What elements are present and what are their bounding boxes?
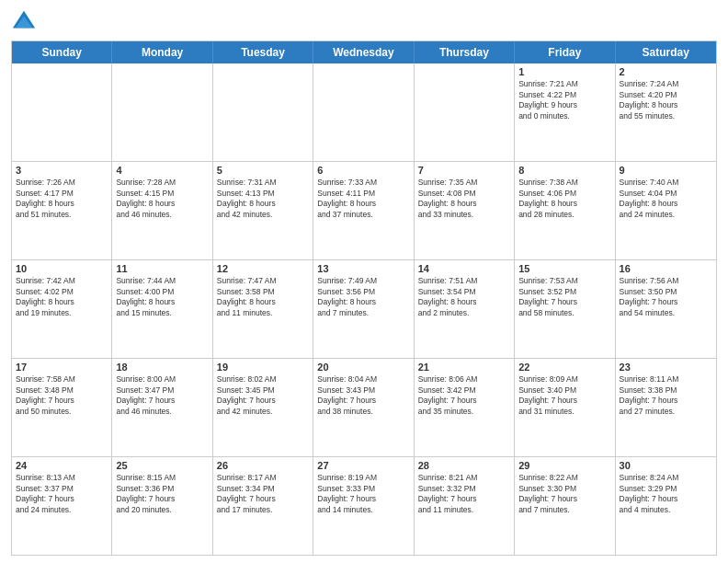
day-number: 20 — [317, 361, 409, 373]
day-number: 30 — [620, 459, 712, 472]
day-cell-16: 16Sunrise: 7:56 AM Sunset: 3:50 PM Dayli… — [616, 260, 716, 358]
day-number: 13 — [317, 262, 409, 275]
day-number: 29 — [518, 459, 610, 472]
day-cell-10: 10Sunrise: 7:42 AM Sunset: 4:02 PM Dayli… — [12, 260, 112, 358]
day-info: Sunrise: 7:47 AM Sunset: 3:58 PM Dayligh… — [217, 276, 309, 318]
header-day-sunday: Sunday — [12, 41, 112, 63]
day-number: 5 — [217, 164, 309, 177]
week-row-1: 3Sunrise: 7:26 AM Sunset: 4:17 PM Daylig… — [12, 161, 716, 259]
logo-icon — [11, 9, 37, 35]
day-cell-30: 30Sunrise: 8:24 AM Sunset: 3:29 PM Dayli… — [616, 457, 716, 555]
day-number: 26 — [217, 459, 309, 472]
day-cell-6: 6Sunrise: 7:33 AM Sunset: 4:11 PM Daylig… — [313, 162, 414, 259]
day-number: 27 — [317, 459, 409, 472]
page: SundayMondayTuesdayWednesdayThursdayFrid… — [0, 0, 728, 563]
day-number: 12 — [217, 262, 309, 275]
week-row-3: 17Sunrise: 7:58 AM Sunset: 3:48 PM Dayli… — [12, 358, 716, 456]
empty-cell — [12, 63, 112, 161]
day-cell-15: 15Sunrise: 7:53 AM Sunset: 3:52 PM Dayli… — [515, 260, 615, 358]
day-info: Sunrise: 7:28 AM Sunset: 4:15 PM Dayligh… — [116, 178, 208, 220]
day-cell-20: 20Sunrise: 8:04 AM Sunset: 3:43 PM Dayli… — [313, 359, 414, 456]
day-cell-2: 2Sunrise: 7:24 AM Sunset: 4:20 PM Daylig… — [616, 63, 716, 161]
day-number: 7 — [418, 164, 510, 177]
week-row-0: 1Sunrise: 7:21 AM Sunset: 4:22 PM Daylig… — [12, 63, 716, 161]
header-day-monday: Monday — [112, 41, 212, 63]
header-day-wednesday: Wednesday — [313, 41, 414, 63]
day-cell-17: 17Sunrise: 7:58 AM Sunset: 3:48 PM Dayli… — [12, 359, 112, 456]
day-cell-28: 28Sunrise: 8:21 AM Sunset: 3:32 PM Dayli… — [415, 457, 515, 555]
day-info: Sunrise: 8:21 AM Sunset: 3:32 PM Dayligh… — [418, 473, 510, 515]
day-cell-24: 24Sunrise: 8:13 AM Sunset: 3:37 PM Dayli… — [12, 457, 112, 555]
day-info: Sunrise: 8:17 AM Sunset: 3:34 PM Dayligh… — [217, 473, 309, 515]
day-info: Sunrise: 8:19 AM Sunset: 3:33 PM Dayligh… — [317, 473, 409, 515]
day-number: 11 — [116, 262, 208, 275]
day-info: Sunrise: 7:53 AM Sunset: 3:52 PM Dayligh… — [518, 276, 610, 318]
day-info: Sunrise: 7:44 AM Sunset: 4:00 PM Dayligh… — [116, 276, 208, 318]
day-info: Sunrise: 7:31 AM Sunset: 4:13 PM Dayligh… — [217, 178, 309, 220]
day-number: 14 — [418, 262, 510, 275]
day-info: Sunrise: 7:21 AM Sunset: 4:22 PM Dayligh… — [518, 79, 610, 121]
week-row-2: 10Sunrise: 7:42 AM Sunset: 4:02 PM Dayli… — [12, 259, 716, 358]
day-number: 6 — [317, 164, 409, 177]
day-info: Sunrise: 8:22 AM Sunset: 3:30 PM Dayligh… — [518, 473, 610, 515]
day-cell-7: 7Sunrise: 7:35 AM Sunset: 4:08 PM Daylig… — [415, 162, 515, 259]
calendar-body: 1Sunrise: 7:21 AM Sunset: 4:22 PM Daylig… — [12, 63, 716, 555]
calendar: SundayMondayTuesdayWednesdayThursdayFrid… — [11, 40, 717, 556]
day-info: Sunrise: 8:13 AM Sunset: 3:37 PM Dayligh… — [16, 473, 108, 515]
day-cell-3: 3Sunrise: 7:26 AM Sunset: 4:17 PM Daylig… — [12, 162, 112, 259]
day-info: Sunrise: 8:09 AM Sunset: 3:40 PM Dayligh… — [518, 374, 610, 417]
day-cell-11: 11Sunrise: 7:44 AM Sunset: 4:00 PM Dayli… — [112, 260, 212, 358]
day-cell-9: 9Sunrise: 7:40 AM Sunset: 4:04 PM Daylig… — [616, 162, 716, 259]
day-number: 3 — [16, 164, 108, 177]
day-number: 8 — [518, 164, 610, 177]
day-cell-23: 23Sunrise: 8:11 AM Sunset: 3:38 PM Dayli… — [616, 359, 716, 456]
header — [11, 9, 717, 35]
logo — [11, 9, 40, 35]
day-info: Sunrise: 7:26 AM Sunset: 4:17 PM Dayligh… — [16, 178, 108, 220]
day-number: 15 — [518, 262, 610, 275]
day-cell-21: 21Sunrise: 8:06 AM Sunset: 3:42 PM Dayli… — [415, 359, 515, 456]
day-number: 24 — [16, 459, 108, 472]
week-row-4: 24Sunrise: 8:13 AM Sunset: 3:37 PM Dayli… — [12, 456, 716, 555]
day-info: Sunrise: 8:06 AM Sunset: 3:42 PM Dayligh… — [418, 374, 510, 417]
day-info: Sunrise: 7:33 AM Sunset: 4:11 PM Dayligh… — [317, 178, 409, 220]
day-info: Sunrise: 8:15 AM Sunset: 3:36 PM Dayligh… — [116, 473, 208, 515]
day-number: 25 — [116, 459, 208, 472]
day-cell-18: 18Sunrise: 8:00 AM Sunset: 3:47 PM Dayli… — [112, 359, 212, 456]
day-cell-26: 26Sunrise: 8:17 AM Sunset: 3:34 PM Dayli… — [213, 457, 313, 555]
day-info: Sunrise: 7:42 AM Sunset: 4:02 PM Dayligh… — [16, 276, 108, 318]
day-cell-25: 25Sunrise: 8:15 AM Sunset: 3:36 PM Dayli… — [112, 457, 212, 555]
day-cell-1: 1Sunrise: 7:21 AM Sunset: 4:22 PM Daylig… — [515, 63, 615, 161]
day-cell-5: 5Sunrise: 7:31 AM Sunset: 4:13 PM Daylig… — [213, 162, 313, 259]
day-cell-19: 19Sunrise: 8:02 AM Sunset: 3:45 PM Dayli… — [213, 359, 313, 456]
empty-cell — [112, 63, 212, 161]
day-number: 2 — [620, 65, 712, 78]
calendar-header: SundayMondayTuesdayWednesdayThursdayFrid… — [12, 41, 716, 63]
header-day-friday: Friday — [515, 41, 615, 63]
day-number: 1 — [518, 65, 610, 78]
day-number: 22 — [518, 361, 610, 373]
day-cell-4: 4Sunrise: 7:28 AM Sunset: 4:15 PM Daylig… — [112, 162, 212, 259]
day-cell-12: 12Sunrise: 7:47 AM Sunset: 3:58 PM Dayli… — [213, 260, 313, 358]
header-day-saturday: Saturday — [616, 41, 716, 63]
header-day-thursday: Thursday — [415, 41, 515, 63]
day-cell-14: 14Sunrise: 7:51 AM Sunset: 3:54 PM Dayli… — [415, 260, 515, 358]
day-info: Sunrise: 7:24 AM Sunset: 4:20 PM Dayligh… — [620, 79, 712, 121]
day-number: 17 — [16, 361, 108, 373]
day-info: Sunrise: 7:38 AM Sunset: 4:06 PM Dayligh… — [518, 178, 610, 220]
day-info: Sunrise: 7:51 AM Sunset: 3:54 PM Dayligh… — [418, 276, 510, 318]
header-day-tuesday: Tuesday — [213, 41, 313, 63]
day-info: Sunrise: 8:02 AM Sunset: 3:45 PM Dayligh… — [217, 374, 309, 417]
day-number: 10 — [16, 262, 108, 275]
day-cell-22: 22Sunrise: 8:09 AM Sunset: 3:40 PM Dayli… — [515, 359, 615, 456]
day-number: 4 — [116, 164, 208, 177]
day-info: Sunrise: 7:58 AM Sunset: 3:48 PM Dayligh… — [16, 374, 108, 417]
day-cell-27: 27Sunrise: 8:19 AM Sunset: 3:33 PM Dayli… — [313, 457, 414, 555]
empty-cell — [313, 63, 414, 161]
day-info: Sunrise: 7:35 AM Sunset: 4:08 PM Dayligh… — [418, 178, 510, 220]
day-number: 23 — [620, 361, 712, 373]
empty-cell — [213, 63, 313, 161]
day-number: 28 — [418, 459, 510, 472]
day-info: Sunrise: 8:00 AM Sunset: 3:47 PM Dayligh… — [116, 374, 208, 417]
day-cell-13: 13Sunrise: 7:49 AM Sunset: 3:56 PM Dayli… — [313, 260, 414, 358]
